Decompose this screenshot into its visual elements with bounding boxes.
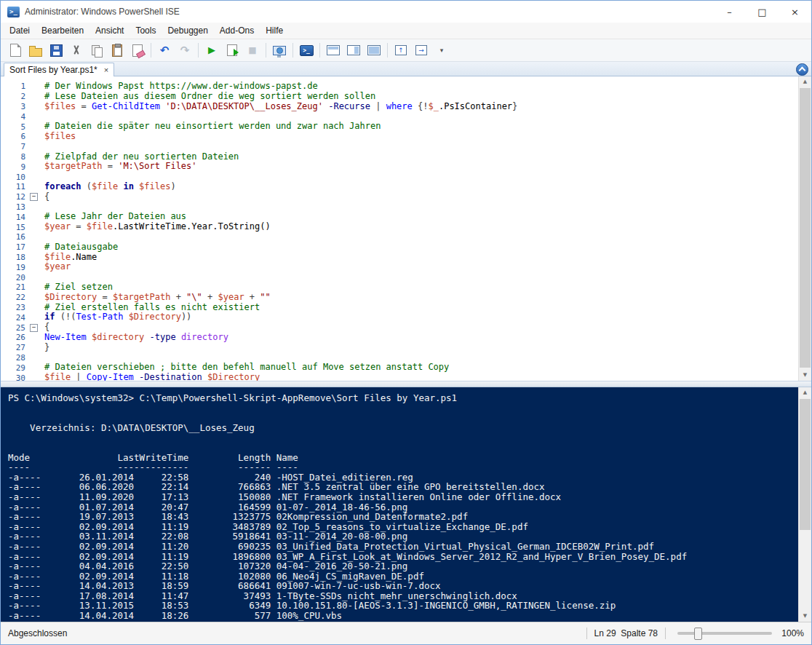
code-line: # Dateiausgabe [44,242,798,253]
console-scrollbar-thumb[interactable] [800,399,811,530]
console-line: Mode LastWriteTime Length Name [8,453,798,463]
console-line [8,413,798,423]
editor-scrollbar-thumb[interactable] [800,88,811,368]
console-line: -a---- 02.09.2014 11:19 3483789 02_Top_5… [8,522,798,532]
zoom-slider[interactable] [677,632,772,635]
layout-right-icon [347,45,360,55]
line-number: 25− [1,322,40,333]
maximize-button[interactable]: □ [746,1,779,23]
copy-button[interactable] [87,41,107,60]
clear-console-button[interactable] [127,41,148,60]
close-button[interactable]: × [779,1,811,23]
menu-debuggen[interactable]: Debuggen [162,23,213,39]
cut-button[interactable] [66,41,87,60]
console-line: -a---- 13.11.2015 18:53 6349 10.100.151.… [8,601,798,611]
console-line: -a---- 02.09.2014 11:18 102080 06_Neo4j_… [8,571,798,582]
menu-ansicht[interactable]: Ansicht [89,23,130,39]
fold-spacer [30,164,38,170]
titlebar: >_ Administrator: Windows PowerShell ISE… [1,1,811,23]
new-remote-powershell-tab-button[interactable] [269,41,290,60]
scroll-up-icon[interactable]: ▲ [799,76,811,87]
code-line: { [44,192,798,202]
pane-splitter[interactable] [1,381,811,387]
zoom-slider-thumb[interactable] [694,628,702,640]
stop-square-icon: ■ [248,44,256,56]
fold-spacer [30,143,38,150]
tab-sort-files-by-year[interactable]: Sort Files by Year.ps1* × [4,63,114,76]
console-line: -a---- 14.04.2014 18:26 577 100%_CPU.vbs [8,611,798,621]
fold-spacer [30,214,38,221]
line-number: 24 [1,312,40,322]
line-number: 11 [1,182,40,192]
menu-tools[interactable]: Tools [130,23,162,39]
menu-datei[interactable]: Datei [4,23,36,39]
scroll-up-icon[interactable]: ▲ [799,387,811,398]
toolbar-overflow-button[interactable]: ▾ [431,41,452,60]
line-number: 2 [1,92,40,102]
line-number: 13 [1,202,40,213]
stop-button[interactable]: ■ [242,41,263,60]
tab-close-icon[interactable]: × [104,66,108,74]
remote-monitor-icon [273,46,286,55]
powershell-console-icon: >_ [300,45,314,56]
menu-add-ons[interactable]: Add-Ons [214,23,260,39]
show-script-pane-up-button[interactable]: ↑ [391,41,411,60]
undo-button[interactable]: ↶ [154,41,175,60]
fold-spacer [30,274,38,281]
console-line [8,443,798,453]
paste-button[interactable] [107,41,127,60]
line-number: 5 [1,122,40,132]
scroll-down-icon[interactable]: ▼ [799,611,811,622]
open-script-button[interactable] [25,41,46,60]
code-line: $year = $file.LastWriteTime.Year.ToStrin… [44,222,798,232]
line-number: 18 [1,253,40,263]
editor-code[interactable]: # Der Windows Papst https://www.der-wind… [40,76,798,381]
script-editor-pane[interactable]: 123456789101112−131415161718192021222324… [1,76,811,381]
console-line: Verzeichnis: D:\DATA\DESKTOP\__Loses_Zeu… [8,423,798,433]
toolbar-separator [151,43,151,58]
new-script-button[interactable] [5,41,25,60]
line-number: 27 [1,343,40,353]
code-line: # Ziel setzen [44,282,798,293]
script-pane-max-button[interactable] [364,41,384,60]
fold-collapse-icon[interactable]: − [30,193,38,201]
fold-collapse-icon[interactable]: − [30,324,38,332]
code-line: # Ziel erstellen falls es nicht existier… [44,303,798,313]
show-script-pane-right-button[interactable]: → [411,41,431,60]
statusbar-separator [586,628,587,639]
fold-spacer [30,93,38,100]
run-script-button[interactable]: ▶ [202,41,222,60]
line-number: 10 [1,172,40,182]
code-line: $file | Copy-Item -Destination $Director… [44,373,798,381]
console-line: -a---- 26.01.2014 22:58 240 -HOST_Datei_… [8,472,798,483]
script-pane-top-button[interactable] [323,41,343,60]
minimize-button[interactable]: – [713,1,746,23]
line-number: 30 [1,373,40,381]
console-pane[interactable]: PS C:\Windows\system32> C:\Temp\Powershe… [1,387,811,622]
powershell-ise-window: >_ Administrator: Windows PowerShell ISE… [0,0,812,645]
fold-spacer [30,224,38,231]
console-output[interactable]: PS C:\Windows\system32> C:\Temp\Powershe… [1,387,798,622]
line-number: 3 [1,102,40,112]
save-button[interactable] [46,41,66,60]
start-powershell-button[interactable]: >_ [296,41,317,60]
script-pane-right-button[interactable] [343,41,364,60]
menubar: DateiBearbeitenAnsichtToolsDebuggenAdd-O… [1,23,811,39]
toolbar-separator [319,43,320,58]
menu-hilfe[interactable]: Hilfe [260,23,289,39]
code-line: # Der Windows Papst https://www.der-wind… [44,82,798,92]
menu-bearbeiten[interactable]: Bearbeiten [36,23,89,39]
editor-scrollbar[interactable]: ▲ ▼ [798,76,811,381]
run-selection-button[interactable] [222,41,242,60]
console-scrollbar[interactable]: ▲ ▼ [798,387,811,622]
collapse-script-pane-button[interactable] [796,63,808,76]
code-line: # Zielpfad der neu sortierten Dateien [44,152,798,162]
code-line: if (!(Test-Path $Directory)) [44,312,798,322]
scroll-down-icon[interactable]: ▼ [799,370,811,381]
redo-button[interactable]: ↷ [175,41,195,60]
fold-spacer [30,154,38,160]
line-number: 7 [1,142,40,152]
fold-spacer [30,294,38,301]
console-line: PS C:\Windows\system32> C:\Temp\Powershe… [8,393,798,403]
code-line: $targetPath = 'M:\Sort Files' [44,162,798,172]
